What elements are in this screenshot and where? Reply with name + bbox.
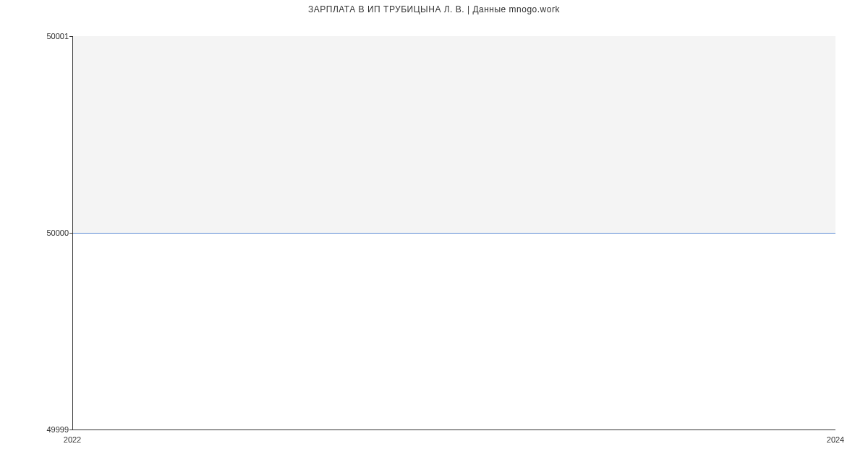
data-line bbox=[73, 233, 835, 234]
chart-container: ЗАРПЛАТА В ИП ТРУБИЦЫНА Л. В. | Данные m… bbox=[0, 0, 868, 470]
plot-background-upper bbox=[73, 36, 835, 233]
y-axis-tick-label: 50000 bbox=[46, 228, 69, 237]
y-axis-tick-label: 49999 bbox=[46, 425, 69, 434]
x-axis-tick-label: 2022 bbox=[64, 435, 81, 444]
plot-background-lower bbox=[73, 233, 835, 430]
x-axis-tick-label: 2024 bbox=[827, 435, 844, 444]
chart-title: ЗАРПЛАТА В ИП ТРУБИЦЫНА Л. В. | Данные m… bbox=[0, 4, 868, 14]
plot-area bbox=[72, 36, 835, 430]
y-axis-tick-label: 50001 bbox=[46, 32, 69, 40]
